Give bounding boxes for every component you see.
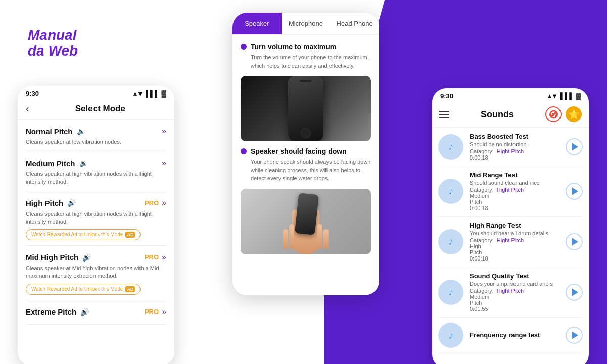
sounds-header: Sounds ADS ⭐ <box>432 102 589 128</box>
mode-desc-high: Cleans speaker at high vibration nodes w… <box>26 210 166 226</box>
sound-info-midrange: Mid Range Test Should sound clear and ni… <box>470 171 559 211</box>
sound-info-highrange: High Range Test You should hear all drum… <box>470 222 559 262</box>
sound-sub-highrange: You should hear all drum details <box>470 230 559 236</box>
dot-1 <box>241 44 247 50</box>
arrow-midhigh: » <box>162 253 166 262</box>
back-button[interactable]: ‹ <box>26 102 29 114</box>
phone-image-2 <box>241 189 371 254</box>
signal-icon: ▌▌▌ <box>146 90 160 97</box>
play-button-bass[interactable] <box>566 138 583 155</box>
play-button-highrange[interactable] <box>566 233 583 250</box>
phone-sounds: 9:30 ▴▼ ▌▌▌ ▓ Sounds ADS ⭐ ♪ Bass Booste… <box>432 88 589 364</box>
ads-text: ADS <box>549 112 558 117</box>
instruction-desc-2: Your phone speak should always be facing… <box>251 158 371 183</box>
mode-item-normal[interactable]: Normal Pitch 🔈 » Cleans speaker at low v… <box>26 120 166 151</box>
sound-category-highrange: Catagory: Hight Pitch <box>470 237 559 243</box>
sound-duration-bass: 0:00:18 <box>470 154 559 161</box>
sound-name-highrange: High Range Test <box>470 222 559 229</box>
mode-desc-medium: Cleans speaker at high vibration nodes w… <box>26 170 166 186</box>
speaker-content: Turn volume to maximum Turn the volume o… <box>232 35 379 292</box>
ads-remove-button[interactable]: ADS <box>545 106 562 122</box>
signal-icon-3: ▌▌▌ <box>560 92 574 100</box>
status-icons-1: ▴▼ ▌▌▌ ▓ <box>133 90 166 97</box>
tab-speaker[interactable]: Speaker <box>232 13 282 34</box>
mode-desc-midhigh: Cleans speaker at Mid high vibration nod… <box>26 265 166 280</box>
wifi-icon-3: ▴▼ <box>548 92 558 100</box>
sound-item-highrange: ♪ High Range Test You should hear all dr… <box>438 217 583 267</box>
pro-badge-high: PRO <box>145 199 159 207</box>
arrow-medium: » <box>162 159 166 168</box>
sound-name-bass: Bass Boosted Test <box>470 133 559 140</box>
unlock-button-midhigh[interactable]: Watch Rewarded Ad to Unlock this Mode AD <box>26 284 141 295</box>
phone-speaker-info: Speaker Microphone Head Phone Turn volum… <box>232 13 379 295</box>
play-icon-highrange <box>572 238 578 246</box>
sound-item-bass: ♪ Bass Boosted Test Should be no distort… <box>438 128 583 166</box>
phone-select-mode: 9:30 ▴▼ ▌▌▌ ▓ ‹ Select Mode Normal Pitch… <box>18 86 174 364</box>
logo-line1: Manual <box>28 27 76 43</box>
dot-2 <box>241 148 247 154</box>
sound-sub-midrange: Should sound clear and nice <box>470 180 559 186</box>
instruction-2: Speaker should facing down Your phone sp… <box>241 147 371 183</box>
mode-item-extreme[interactable]: Extreme Pitch 🔊 PRO » <box>26 300 166 325</box>
play-icon-quality <box>572 288 578 296</box>
mode-name-midhigh: Mid High Pitch <box>26 253 78 262</box>
mode-name-extreme: Extreme Pitch <box>26 307 76 316</box>
speaker-icon-high: 🔊 <box>67 199 76 207</box>
play-button-freq[interactable] <box>566 327 583 344</box>
instruction-desc-1: Turn the volume of your phone to the max… <box>251 53 371 70</box>
sounds-title: Sounds <box>481 109 514 120</box>
unlock-button-high[interactable]: Watch Rewarded Ad to Unlock this Mode AD <box>26 229 141 240</box>
sound-name-freq: Frenquency range test <box>470 331 559 339</box>
sound-item-midrange: ♪ Mid Range Test Should sound clear and … <box>438 166 583 217</box>
sound-info-freq: Frenquency range test <box>470 331 559 340</box>
sound-duration-midrange: MediumPitch0:00:18 <box>470 193 559 211</box>
sound-item-freq: ♪ Frenquency range test <box>438 318 583 353</box>
sound-sub-quality: Does your amp, sound card and s <box>470 281 559 287</box>
speaker-icon-midhigh: 🔊 <box>82 253 91 262</box>
arrow-extreme: » <box>162 307 166 317</box>
pro-badge-midhigh: PRO <box>145 253 159 261</box>
mode-list: Normal Pitch 🔈 » Cleans speaker at low v… <box>18 120 174 359</box>
mode-item-medium[interactable]: Medium Pitch 🔉 » Cleans speaker at high … <box>26 151 166 191</box>
header-right-icons: ADS ⭐ <box>545 106 582 122</box>
sound-category-bass: Catagory: Hight Pitch <box>470 148 559 154</box>
mode-item-midhigh[interactable]: Mid High Pitch 🔊 PRO » Cleans speaker at… <box>26 246 166 300</box>
mode-name-medium: Medium Pitch <box>26 159 75 168</box>
status-bar-1: 9:30 ▴▼ ▌▌▌ ▓ <box>18 86 174 99</box>
unlock-label-midhigh: Watch Rewarded Ad to Unlock this Mode <box>31 286 123 292</box>
tab-headphone[interactable]: Head Phone <box>330 13 379 34</box>
sound-item-quality: ♪ Sound Quality Test Does your amp, soun… <box>438 267 583 318</box>
sound-duration-quality: MediumPitch0:01:55 <box>470 294 559 312</box>
hamburger-menu[interactable] <box>439 111 449 118</box>
tab-microphone[interactable]: Microphone <box>282 13 331 34</box>
sound-name-midrange: Mid Range Test <box>470 171 559 179</box>
status-time-1: 9:30 <box>26 90 39 97</box>
sound-avatar-midrange: ♪ <box>438 179 463 204</box>
sound-info-bass: Bass Boosted Test Should be no distortio… <box>470 133 559 161</box>
mode-item-high[interactable]: High Pitch 🔊 PRO » Cleans speaker at hig… <box>26 191 166 246</box>
play-button-quality[interactable] <box>566 284 583 301</box>
instruction-title-1: Turn volume to maximum <box>251 43 371 51</box>
phone-image-1 <box>241 76 371 141</box>
play-icon-bass <box>572 143 578 151</box>
instruction-title-2: Speaker should facing down <box>251 147 371 155</box>
sound-category-midrange: Catagory: Hight Pitch <box>470 187 559 193</box>
unlock-label-high: Watch Rewarded Ad to Unlock this Mode <box>31 232 123 237</box>
sound-info-quality: Sound Quality Test Does your amp, sound … <box>470 272 559 312</box>
speaker-icon-extreme: 🔊 <box>80 308 89 316</box>
mode-name-high: High Pitch <box>26 199 63 207</box>
speaker-icon-medium: 🔉 <box>79 159 88 167</box>
phone-header-1: ‹ Select Mode <box>18 99 174 120</box>
status-bar-3: 9:30 ▴▼ ▌▌▌ ▓ <box>432 88 589 102</box>
status-icons-3: ▴▼ ▌▌▌ ▓ <box>548 92 581 100</box>
sounds-list: ♪ Bass Boosted Test Should be no distort… <box>432 128 589 364</box>
instruction-1: Turn volume to maximum Turn the volume o… <box>241 43 371 70</box>
play-button-midrange[interactable] <box>566 183 583 200</box>
select-mode-title: Select Mode <box>34 103 166 114</box>
premium-badge[interactable]: ⭐ <box>566 106 582 122</box>
tabs-bar: Speaker Microphone Head Phone <box>232 13 379 35</box>
sound-duration-highrange: HighPitch0:00:18 <box>470 243 559 262</box>
logo: Manual da Web <box>28 28 78 59</box>
ad-badge-high: AD <box>125 232 135 238</box>
sound-avatar-bass: ♪ <box>438 134 463 160</box>
